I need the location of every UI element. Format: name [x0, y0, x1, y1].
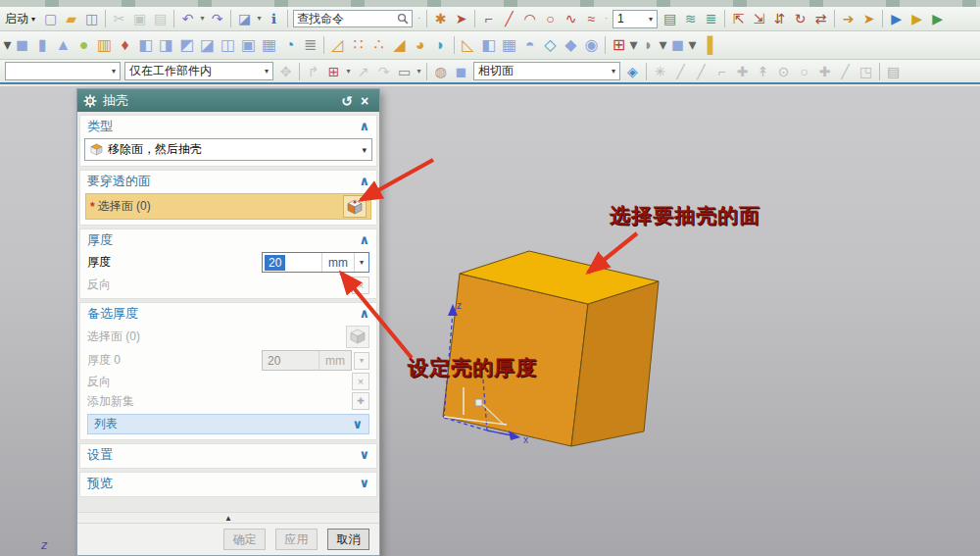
section-settings-header[interactable]: 设置 ∨: [80, 444, 376, 465]
expand-icon[interactable]: ∨: [359, 447, 369, 462]
snap-point-icon[interactable]: ✳: [650, 62, 670, 81]
chamfer-icon[interactable]: ◢: [389, 35, 410, 55]
collapse-icon[interactable]: ∧: [359, 306, 369, 321]
sketch-offset-icon[interactable]: ≈: [581, 9, 602, 28]
wcs-rotate-icon[interactable]: ↻: [790, 9, 810, 28]
intersect-icon[interactable]: ◩: [176, 35, 197, 55]
redo-icon[interactable]: ↷: [207, 9, 227, 28]
collapse-icon[interactable]: ∧: [359, 119, 369, 133]
close-icon[interactable]: ×: [356, 93, 373, 109]
apply-filter-icon[interactable]: ◈: [622, 62, 643, 81]
pattern-face-icon[interactable]: ∷: [348, 35, 368, 55]
marquee-caret-icon[interactable]: ▾: [415, 62, 423, 81]
datum-axis-icon[interactable]: ⇵: [769, 9, 790, 28]
expand-icon[interactable]: ∨: [359, 476, 369, 490]
shell-icon[interactable]: ◔: [279, 35, 300, 55]
shell-type-dropdown[interactable]: 移除面，然后抽壳 ▾: [84, 138, 372, 161]
block-icon[interactable]: ◼: [12, 35, 32, 55]
sketch-spline-icon[interactable]: ∿: [561, 9, 581, 28]
wrap-icon[interactable]: ◉: [581, 35, 602, 55]
datum-display-caret-icon[interactable]: ▾: [659, 35, 667, 55]
paste-icon[interactable]: ▤: [150, 9, 171, 28]
play-blue-icon[interactable]: ▶: [886, 9, 906, 28]
solid-cube-icon[interactable]: ◼: [451, 62, 471, 81]
role-icon[interactable]: ✱: [430, 9, 451, 28]
immediate-hide-icon[interactable]: ➤: [858, 9, 879, 28]
move-to-layer-icon[interactable]: ≋: [680, 9, 701, 28]
patch-icon[interactable]: ◓: [519, 35, 540, 55]
overflow-dot-icon[interactable]: ·: [602, 9, 611, 28]
collapse-icon[interactable]: ∧: [359, 174, 369, 188]
play-green-icon[interactable]: ▶: [927, 9, 948, 28]
export-icon[interactable]: ◪: [234, 9, 255, 28]
select-face-cube-button[interactable]: [343, 195, 367, 218]
section-preview-header[interactable]: 预览 ∨: [80, 473, 376, 493]
snap-face-icon[interactable]: ◳: [856, 62, 876, 81]
sketch-arc-icon[interactable]: ◠: [519, 9, 540, 28]
edge-blend-icon[interactable]: ◕: [410, 35, 430, 55]
snap-arc-center-icon[interactable]: ↟: [753, 62, 773, 81]
add-selection-caret-icon[interactable]: ▾: [344, 62, 353, 81]
arrow-curve-icon[interactable]: ↷: [373, 62, 394, 81]
unite-icon[interactable]: ◧: [135, 35, 156, 55]
cancel-button[interactable]: 取消: [327, 529, 369, 550]
info-icon[interactable]: ℹ: [264, 9, 284, 28]
snap-endpoint-icon[interactable]: ╱: [670, 62, 691, 81]
emboss-icon[interactable]: ◪: [197, 35, 218, 55]
start-menu-button[interactable]: 启动 ▾: [3, 11, 40, 27]
select-face-row[interactable]: * 选择面 (0): [85, 193, 371, 220]
reset-icon[interactable]: ↺: [338, 93, 356, 109]
synchronous-icon[interactable]: ◗: [430, 35, 451, 55]
snap-slash-icon[interactable]: ╱: [835, 62, 856, 81]
search-icon[interactable]: [397, 13, 409, 25]
sketch-circle-icon[interactable]: ○: [540, 9, 561, 28]
datum-display-icon[interactable]: ◗: [638, 35, 659, 55]
add-to-selection-icon[interactable]: ⊞: [323, 62, 344, 81]
sew-icon[interactable]: ▦: [499, 35, 519, 55]
wcs-orient-icon[interactable]: ⇄: [810, 9, 831, 28]
section-alternate-header[interactable]: 备选厚度 ∧: [80, 303, 376, 324]
snap-quadrant-icon[interactable]: ⊙: [773, 62, 794, 81]
overflow-dot-icon[interactable]: ·: [415, 9, 423, 28]
layer-settings-icon[interactable]: ▤: [660, 9, 680, 28]
shaded-sphere-icon[interactable]: ◍: [430, 62, 451, 81]
cone-icon[interactable]: ▲: [53, 35, 74, 55]
snap-plus-icon[interactable]: ✚: [814, 62, 835, 81]
undo-icon[interactable]: ↶: [177, 9, 198, 28]
work-layer-combo[interactable]: 1 ▾: [612, 10, 658, 28]
cut-icon[interactable]: ✂: [109, 9, 129, 28]
box-front-face[interactable]: [443, 274, 588, 446]
boss-icon[interactable]: ▣: [238, 35, 259, 55]
nx5-feature-icon[interactable]: ♦: [115, 35, 135, 55]
hole-icon[interactable]: ◫: [218, 35, 238, 55]
selection-scope-combo[interactable]: 仅在工作部件内 ▾: [124, 62, 273, 80]
datum-plane-icon[interactable]: ⇲: [749, 9, 769, 28]
ok-button[interactable]: 确定: [223, 529, 266, 550]
layer-visibility-icon[interactable]: ≣: [701, 9, 721, 28]
snap-intersection-icon[interactable]: ✚: [732, 62, 753, 81]
body-display-icon[interactable]: ◼: [667, 35, 688, 55]
snap-midpoint-icon[interactable]: ╱: [691, 62, 711, 81]
pattern-feature-icon[interactable]: ▥: [94, 35, 115, 55]
new-file-icon[interactable]: ▢: [40, 9, 61, 28]
pattern-grid-icon[interactable]: ⊞: [609, 35, 629, 55]
dialog-titlebar[interactable]: 抽壳 ↺ ×: [77, 89, 379, 112]
selection-filter-combo[interactable]: ▾: [5, 62, 121, 80]
show-hide-icon[interactable]: ➔: [838, 9, 858, 28]
save-icon[interactable]: ◫: [81, 9, 102, 28]
sphere-icon[interactable]: ●: [74, 35, 94, 55]
datum-csys-icon[interactable]: ⇱: [728, 9, 749, 28]
snap-existing-point-icon[interactable]: ○: [794, 62, 814, 81]
pattern-geometry-icon[interactable]: ∴: [368, 35, 389, 55]
body-display-caret-icon[interactable]: ▾: [688, 35, 697, 55]
copy-icon[interactable]: ▣: [129, 9, 150, 28]
reverse-direction-button[interactable]: ×: [352, 277, 369, 294]
sheets-icon[interactable]: ▤: [883, 62, 904, 81]
snap-corner-icon[interactable]: ⌐: [711, 62, 732, 81]
export-caret-icon[interactable]: ▾: [255, 9, 264, 28]
undo-caret-icon[interactable]: ▾: [198, 9, 207, 28]
command-finder-input[interactable]: 查找命令: [293, 10, 413, 27]
snap-handle-icon[interactable]: ↱: [303, 62, 323, 81]
sketch-line-icon[interactable]: ╱: [499, 9, 519, 28]
clipped-edge-icon[interactable]: ▐: [697, 35, 717, 55]
